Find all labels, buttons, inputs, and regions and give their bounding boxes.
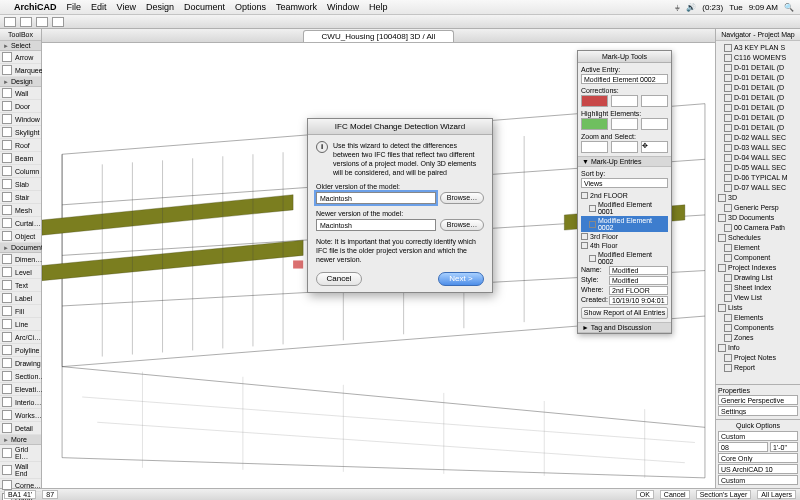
toolbar-icon[interactable]	[20, 17, 32, 27]
tag-discussion-header[interactable]: ► Tag and Discussion	[578, 322, 671, 333]
markup-entry[interactable]: Modified Element 0002	[581, 250, 668, 266]
volume-icon[interactable]: 🔊	[686, 3, 696, 12]
menu-teamwork[interactable]: Teamwork	[276, 2, 317, 12]
status-cancel-button[interactable]: Cancel	[660, 490, 690, 499]
tree-node[interactable]: D-06 TYPICAL M	[718, 173, 798, 183]
tool-detail[interactable]: Detail	[0, 422, 41, 435]
document-tab[interactable]: CWU_Housing [100408] 3D / All	[303, 30, 455, 42]
all-layers-select[interactable]: All Layers	[757, 490, 796, 499]
correction-red-button[interactable]	[581, 95, 608, 107]
older-model-path-input[interactable]: Macintosh HD:Users:archideas:Desktop	[316, 192, 436, 204]
battery-status[interactable]: (0:23)	[702, 3, 723, 12]
sort-select[interactable]: Views	[581, 178, 668, 188]
tool-beam[interactable]: Beam	[0, 152, 41, 165]
tree-node[interactable]: Zones	[718, 333, 798, 343]
tree-node[interactable]: D-01 DETAIL (D	[718, 73, 798, 83]
tree-node[interactable]: D-07 WALL SEC	[718, 183, 798, 193]
show-report-button[interactable]: Show Report of All Entries	[581, 307, 668, 319]
quick-option-value[interactable]: 1'-0"	[770, 442, 798, 452]
tree-node[interactable]: D-01 DETAIL (D	[718, 93, 798, 103]
tree-node[interactable]: Component	[718, 253, 798, 263]
tree-node[interactable]: D-01 DETAIL (D	[718, 113, 798, 123]
menu-window[interactable]: Window	[327, 2, 359, 12]
markup-title[interactable]: Mark-Up Tools	[578, 51, 671, 63]
tool-worksheet[interactable]: Works…	[0, 409, 41, 422]
tree-node[interactable]: Project Indexes	[718, 263, 798, 273]
tree-node[interactable]: D-04 WALL SEC	[718, 153, 798, 163]
tree-node[interactable]: Components	[718, 323, 798, 333]
tool-dimension[interactable]: Dimen…	[0, 253, 41, 266]
tool-interior[interactable]: Interio…	[0, 396, 41, 409]
toolbar-icon[interactable]	[36, 17, 48, 27]
zoom-btn[interactable]	[581, 141, 608, 153]
markup-entry[interactable]: Modified Element 0001	[581, 200, 668, 216]
tree-node[interactable]: 3D Documents	[718, 213, 798, 223]
status-ok-button[interactable]: OK	[636, 490, 654, 499]
spotlight-icon[interactable]: 🔍	[784, 3, 794, 12]
tool-elevation[interactable]: Elevati…	[0, 383, 41, 396]
older-browse-button[interactable]: Browse…	[440, 192, 484, 204]
menu-options[interactable]: Options	[235, 2, 266, 12]
highlight-btn[interactable]	[611, 118, 638, 130]
menu-file[interactable]: File	[67, 2, 82, 12]
dialog-title[interactable]: IFC Model Change Detection Wizard	[308, 119, 492, 135]
entry-style-field[interactable]: Modified Element	[609, 276, 668, 285]
quick-option-select[interactable]: Core Only	[718, 453, 798, 463]
quick-option-select[interactable]: Custom	[718, 475, 798, 485]
correction-btn[interactable]	[611, 95, 638, 107]
markup-entry[interactable]: 2nd FLOOR	[581, 191, 668, 200]
entry-where-field[interactable]: 2nd FLOOR	[609, 286, 668, 295]
properties-settings[interactable]: Settings	[718, 406, 798, 416]
tree-node[interactable]: D-01 DETAIL (D	[718, 63, 798, 73]
navigator-tree[interactable]: A3 KEY PLAN SC116 WOMEN'SD-01 DETAIL (DD…	[716, 41, 800, 384]
tool-polyline[interactable]: Polyline	[0, 344, 41, 357]
tree-node[interactable]: D-03 WALL SEC	[718, 143, 798, 153]
tool-curtain[interactable]: Curtai…	[0, 217, 41, 230]
tool-wallend[interactable]: Wall End	[0, 462, 41, 479]
highlight-btn[interactable]	[641, 118, 668, 130]
tree-node[interactable]: A3 KEY PLAN S	[718, 43, 798, 53]
tree-node[interactable]: Drawing List	[718, 273, 798, 283]
active-entry-select[interactable]: Modified Element 0002	[581, 74, 668, 84]
tree-node[interactable]: D-02 WALL SEC	[718, 133, 798, 143]
tool-arc[interactable]: Arc/Ci…	[0, 331, 41, 344]
toolbox-section-document[interactable]: Document	[0, 243, 41, 253]
tool-mesh[interactable]: Mesh	[0, 204, 41, 217]
markup-entry[interactable]: 3rd Floor	[581, 232, 668, 241]
tool-stair[interactable]: Stair	[0, 191, 41, 204]
tool-text[interactable]: Text	[0, 279, 41, 292]
tool-section[interactable]: Section…	[0, 370, 41, 383]
tool-gridel[interactable]: Grid El…	[0, 445, 41, 462]
tree-node[interactable]: C116 WOMEN'S	[718, 53, 798, 63]
toolbar-icon[interactable]	[4, 17, 16, 27]
tree-node[interactable]: View List	[718, 293, 798, 303]
tree-node[interactable]: Sheet Index	[718, 283, 798, 293]
menu-document[interactable]: Document	[184, 2, 225, 12]
quick-option-select[interactable]: 08	[718, 442, 768, 452]
tree-node[interactable]: 00 Camera Path	[718, 223, 798, 233]
layer-select[interactable]: Section's Layer	[696, 490, 752, 499]
menu-help[interactable]: Help	[369, 2, 388, 12]
tree-node[interactable]: D-01 DETAIL (D	[718, 83, 798, 93]
tool-window[interactable]: Window	[0, 113, 41, 126]
crosshair-icon[interactable]: ✥	[641, 141, 668, 153]
tool-line[interactable]: Line	[0, 318, 41, 331]
tool-column[interactable]: Column	[0, 165, 41, 178]
menu-edit[interactable]: Edit	[91, 2, 107, 12]
tree-node[interactable]: Lists	[718, 303, 798, 313]
tree-node[interactable]: Schedules	[718, 233, 798, 243]
cancel-button[interactable]: Cancel	[316, 272, 362, 286]
tree-node[interactable]: Report	[718, 363, 798, 373]
tool-slab[interactable]: Slab	[0, 178, 41, 191]
tree-node[interactable]: Elements	[718, 313, 798, 323]
menu-view[interactable]: View	[117, 2, 136, 12]
toolbar-icon[interactable]	[52, 17, 64, 27]
correction-btn[interactable]	[641, 95, 668, 107]
tree-node[interactable]: 3D	[718, 193, 798, 203]
quick-option-select[interactable]: Custom	[718, 431, 798, 441]
tree-node[interactable]: D-01 DETAIL (D	[718, 123, 798, 133]
next-button[interactable]: Next >	[438, 272, 484, 286]
wifi-icon[interactable]: ⏚	[675, 3, 680, 12]
highlight-green-button[interactable]	[581, 118, 608, 130]
tree-node[interactable]: D-01 DETAIL (D	[718, 103, 798, 113]
